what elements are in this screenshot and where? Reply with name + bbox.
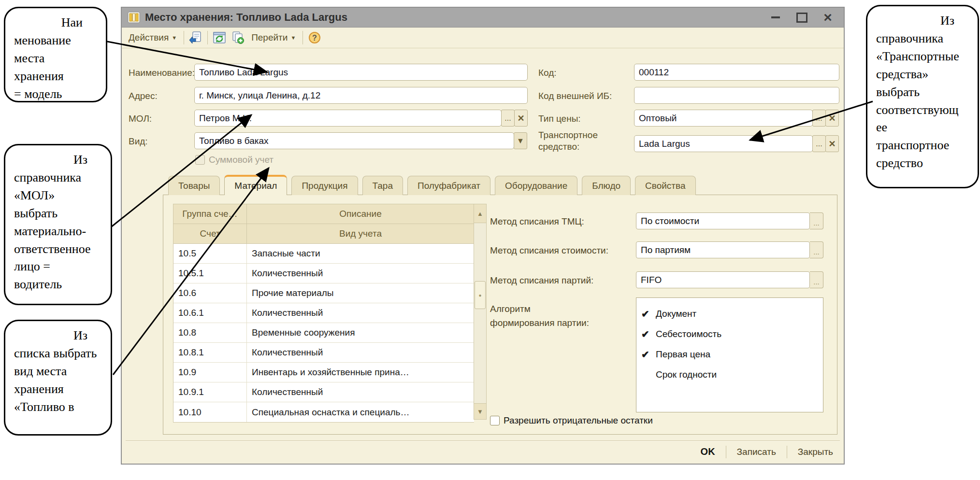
column-header-kind[interactable]: Вид учета [247, 224, 474, 243]
algorithm-label: Алгоритм формирования партии: [490, 302, 589, 330]
column-header-desc[interactable]: Описание [247, 204, 474, 224]
write-off-cost-select-button[interactable]: ... [810, 241, 823, 258]
footer-buttons: OK Записать Закрыть [698, 445, 836, 458]
footer-separator [126, 440, 840, 441]
code-field[interactable]: 000112 [634, 64, 839, 81]
table-row[interactable]: 10.9.1 Количественный [173, 382, 474, 402]
callout-mol-note: Из справочника «МОЛ» выбрать материально… [4, 144, 112, 305]
vehicle-clear-button[interactable]: ✕ [825, 135, 839, 152]
accounts-table: Группа сче… Описание Счет Вид учета 10.5… [173, 204, 474, 423]
ok-button[interactable]: OK [698, 445, 718, 458]
tab-tovary[interactable]: Товары [168, 176, 220, 195]
callout-vehicle-note: Из справочника «Транспортные средства» в… [866, 5, 979, 188]
address-label: Адрес: [129, 91, 158, 101]
tab-bludo[interactable]: Блюдо [582, 176, 631, 195]
toolbar-separator [303, 31, 303, 44]
price-type-field[interactable]: Оптовый [634, 110, 813, 127]
column-header-group[interactable]: Группа сче… [173, 204, 247, 224]
list-item[interactable]: ✔ Первая цена [636, 344, 823, 365]
toolbar-separator [207, 31, 208, 44]
table-row[interactable]: 10.5 Запасные части [173, 244, 474, 264]
check-icon: ✔ [641, 349, 656, 360]
button-separator [787, 446, 787, 458]
storage-location-window: Место хранения: Топливо Lada Largus × Де… [121, 7, 845, 465]
close-button-footer[interactable]: Закрыть [795, 446, 836, 458]
titlebar[interactable]: Место хранения: Топливо Lada Largus × [122, 8, 844, 28]
svg-text:?: ? [312, 34, 317, 42]
sum-accounting-checkbox[interactable]: Суммовой учет [195, 155, 274, 165]
address-field[interactable]: г. Минск, улица Ленина, д.12 [194, 87, 528, 104]
mol-field[interactable]: Петров М.Н. [194, 110, 502, 127]
price-type-label: Тип цены: [538, 113, 581, 124]
vehicle-select-button[interactable]: ... [812, 135, 826, 152]
tab-strip: Товары Материал Продукция Тара Полуфабри… [168, 176, 696, 195]
kind-dropdown-button[interactable]: ▼ [514, 132, 527, 149]
save-button[interactable]: Записать [734, 446, 779, 458]
goto-menu-button[interactable]: Перейти ▼ [249, 31, 298, 44]
callout-name-note: Наи менование места хранения = модель тр… [4, 7, 107, 102]
checkbox-box [195, 155, 205, 165]
allow-negative-checkbox[interactable]: Разрешить отрицательные остатки [490, 415, 653, 426]
table-row[interactable]: 10.9 Инвентарь и хозяйственные прина… [173, 363, 474, 382]
save-document-icon[interactable] [189, 31, 202, 44]
minimize-button[interactable] [769, 11, 782, 24]
mol-label: МОЛ: [129, 113, 152, 124]
actions-menu-button[interactable]: Действия ▼ [127, 31, 179, 44]
vehicle-label: Транспортное средство: [538, 129, 630, 153]
table-row[interactable]: 10.6.1 Количественный [173, 303, 474, 323]
write-off-batch-field[interactable]: FIFO [636, 271, 810, 288]
table-row[interactable]: 10.5.1 Количественный [173, 264, 474, 283]
scroll-up-icon[interactable]: ▲ [474, 204, 486, 223]
price-type-select-button[interactable]: ... [812, 110, 826, 127]
table-row[interactable]: 10.6 Прочие материалы [173, 283, 474, 303]
tab-tara[interactable]: Тара [362, 176, 403, 195]
toolbar-separator [184, 31, 184, 44]
table-scrollbar[interactable]: ▲ ● ▼ [474, 204, 487, 420]
algorithm-listbox: ✔ Документ ✔ Себестоимость ✔ Первая цена… [636, 297, 823, 412]
column-header-account[interactable]: Счет [173, 224, 247, 243]
chevron-down-icon: ▼ [290, 35, 296, 41]
write-off-batch-select-button[interactable]: ... [810, 271, 823, 288]
table-header-row: Группа сче… Описание [173, 204, 474, 224]
list-item[interactable]: ✔ Документ [636, 304, 823, 324]
copy-add-icon[interactable] [231, 31, 245, 44]
button-separator [726, 446, 726, 458]
refresh-icon[interactable] [213, 31, 226, 44]
check-icon: ✔ [641, 308, 656, 320]
name-field[interactable]: Топливо Lada Largus [194, 64, 528, 81]
write-off-batch-label: Метод списания партий: [490, 275, 593, 286]
help-icon[interactable]: ? [308, 31, 321, 44]
price-type-clear-button[interactable]: ✕ [825, 110, 839, 127]
tab-produkcia[interactable]: Продукция [291, 176, 358, 195]
table-row[interactable]: 10.8.1 Количественный [173, 343, 474, 363]
scrollbar-thumb[interactable]: ● [475, 281, 486, 309]
chevron-down-icon: ▼ [172, 35, 177, 41]
table-row[interactable]: 10.8 Временные сооружения [173, 323, 474, 343]
close-button[interactable]: × [821, 11, 834, 24]
write-off-tmc-field[interactable]: По стоимости [636, 212, 810, 229]
catalog-icon [128, 11, 140, 24]
ext-code-field[interactable] [634, 87, 839, 104]
mol-clear-button[interactable]: ✕ [514, 110, 528, 127]
scroll-down-icon[interactable]: ▼ [474, 403, 486, 419]
material-tab-panel: Группа сче… Описание Счет Вид учета 10.5… [163, 195, 837, 435]
list-item[interactable]: Срок годности [636, 365, 823, 385]
write-off-tmc-label: Метод списания ТМЦ: [490, 216, 584, 227]
toolbar: Действия ▼ [122, 28, 844, 48]
table-row[interactable]: 10.10 Специальная оснастка и специаль… [173, 402, 474, 422]
vehicle-field[interactable]: Lada Largus [634, 135, 813, 152]
name-label: Наименование: [129, 68, 195, 78]
tab-svoystva[interactable]: Свойства [635, 176, 695, 195]
screenshot-root: { "window": { "title": "Место хранения: … [0, 0, 980, 480]
tab-material[interactable]: Материал [224, 175, 287, 195]
mol-select-button[interactable]: ... [501, 110, 515, 127]
write-off-tmc-select-button[interactable]: ... [810, 212, 823, 229]
kind-label: Вид: [129, 136, 148, 147]
checkbox-box [490, 416, 500, 425]
write-off-cost-field[interactable]: По партиям [636, 241, 810, 258]
list-item[interactable]: ✔ Себестоимость [636, 324, 823, 344]
kind-combobox[interactable]: Топливо в баках [194, 132, 514, 149]
tab-polufabrikat[interactable]: Полуфабрикат [407, 176, 490, 195]
maximize-button[interactable] [795, 11, 808, 24]
tab-oborudovanie[interactable]: Оборудование [495, 176, 577, 195]
